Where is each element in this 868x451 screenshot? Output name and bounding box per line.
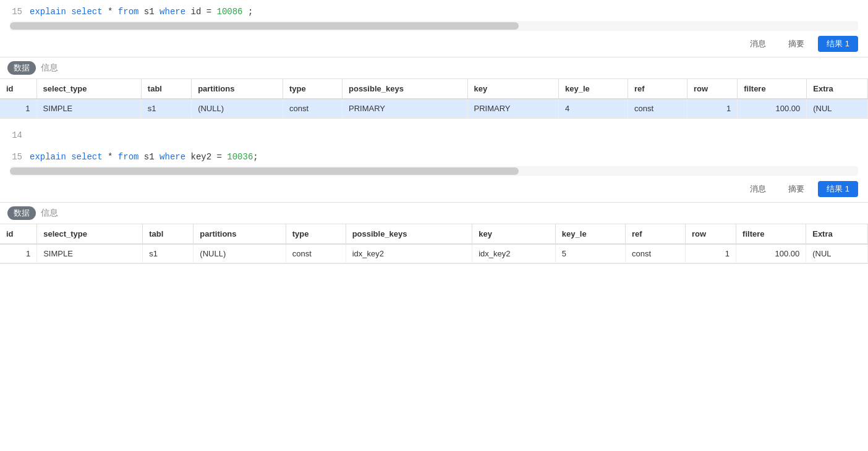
info-label-2: 信息 [41, 208, 58, 219]
th-row-1: row [687, 79, 737, 99]
th-key-1: key [467, 79, 558, 99]
td-possible-keys-2: idx_key2 [346, 244, 472, 263]
code-table-1: s1 [138, 7, 160, 17]
table-row[interactable]: 1 SIMPLE s1 (NULL) const idx_key2 idx_ke… [0, 244, 868, 263]
th-tabl-2: tabl [143, 224, 194, 244]
td-type-2: const [286, 244, 346, 263]
query-block-1: 15 explain select * from s1 where id = 1… [0, 0, 868, 119]
td-key-1: PRIMARY [467, 99, 558, 118]
query-block-2: 14 15 explain select * from s1 where key… [0, 124, 868, 264]
code-keyword-explain: explain [30, 7, 71, 17]
code-star: * [103, 7, 118, 17]
td-extra-1: (NUL [807, 99, 868, 118]
td-key-2: idx_key2 [472, 244, 556, 263]
td-key-le-2: 5 [555, 244, 625, 263]
code-semicolon-1: ; [243, 7, 253, 17]
td-partitions-1: (NULL) [192, 99, 283, 118]
result-button-1[interactable]: 结果 1 [818, 36, 858, 52]
code-line-2: explain select * from s1 where key2 = 10… [30, 150, 858, 164]
scrollbar-thumb-2 [10, 167, 519, 175]
td-possible-keys-1: PRIMARY [343, 99, 468, 118]
code-area-2: 15 explain select * from s1 where key2 =… [0, 145, 868, 166]
code-keyword-explain-2: explain [30, 152, 71, 162]
empty-line [30, 129, 858, 142]
result-table-1: id select_type tabl partitions type poss… [0, 79, 868, 118]
code-keyword-select: select [71, 7, 102, 17]
th-filtere-1: filtere [738, 79, 807, 99]
table-header-row-1: id select_type tabl partitions type poss… [0, 79, 868, 99]
result-table-2: id select_type tabl partitions type poss… [0, 224, 868, 263]
th-extra-1: Extra [807, 79, 868, 99]
section-header-2: 数据 信息 [0, 202, 868, 224]
code-value-2: 10036 [227, 152, 253, 162]
code-condition-2: key2 = [185, 152, 227, 162]
th-filtere-2: filtere [736, 224, 806, 244]
th-key-le-2: key_le [555, 224, 625, 244]
summary-button-1[interactable]: 摘要 [780, 36, 813, 52]
code-keyword-select-2: select [71, 152, 102, 162]
line-number-empty: 14 [10, 129, 22, 142]
code-condition-1: id = [185, 7, 216, 17]
th-row-2: row [685, 224, 736, 244]
td-id-2: 1 [0, 244, 37, 263]
data-badge-1: 数据 [7, 61, 36, 75]
td-extra-2: (NUL [806, 244, 868, 263]
td-key-le-1: 4 [558, 99, 628, 118]
th-type-2: type [286, 224, 346, 244]
th-possible-keys-2: possible_keys [346, 224, 472, 244]
table-header-row-2: id select_type tabl partitions type poss… [0, 224, 868, 244]
scrollbar-1[interactable] [10, 21, 858, 31]
th-select-type-2: select_type [37, 224, 143, 244]
th-ref-1: ref [628, 79, 687, 99]
th-select-type-1: select_type [36, 79, 141, 99]
info-label-1: 信息 [41, 62, 58, 74]
td-ref-1: const [628, 99, 687, 118]
msg-button-2[interactable]: 消息 [741, 181, 775, 197]
td-row-2: 1 [685, 244, 736, 263]
line-number-1: 15 [10, 5, 22, 19]
summary-button-2[interactable]: 摘要 [780, 181, 813, 197]
msg-button-1[interactable]: 消息 [741, 36, 775, 52]
code-keyword-where-1: where [160, 7, 185, 17]
td-partitions-2: (NULL) [194, 244, 286, 263]
section-header-1: 数据 信息 [0, 57, 868, 79]
th-ref-2: ref [625, 224, 685, 244]
code-line-1: explain select * from s1 where id = 1008… [30, 5, 858, 19]
td-tabl-1: s1 [141, 99, 191, 118]
td-tabl-2: s1 [143, 244, 194, 263]
scrollbar-2[interactable] [10, 166, 858, 176]
code-value-1: 10086 [217, 7, 243, 17]
td-type-1: const [283, 99, 343, 118]
th-id-2: id [0, 224, 37, 244]
th-key-2: key [472, 224, 556, 244]
code-area-1: 15 explain select * from s1 where id = 1… [0, 0, 868, 21]
th-tabl-1: tabl [141, 79, 191, 99]
th-partitions-2: partitions [194, 224, 286, 244]
toolbar-2: 消息 摘要 结果 1 [0, 176, 868, 202]
table-row[interactable]: 1 SIMPLE s1 (NULL) const PRIMARY PRIMARY… [0, 99, 868, 118]
th-id-1: id [0, 79, 36, 99]
td-id-1: 1 [0, 99, 36, 118]
code-keyword-where-2: where [160, 152, 185, 162]
code-area-empty: 14 [0, 124, 868, 145]
td-filtere-1: 100.00 [738, 99, 807, 118]
code-keyword-from-2: from [118, 152, 139, 162]
td-row-1: 1 [687, 99, 737, 118]
td-select-type-2: SIMPLE [37, 244, 143, 263]
toolbar-1: 消息 摘要 结果 1 [0, 31, 868, 57]
code-semicolon-2: ; [253, 152, 258, 162]
code-star-2: * [103, 152, 118, 162]
scrollbar-thumb-1 [10, 22, 519, 30]
th-partitions-1: partitions [192, 79, 283, 99]
line-number-2: 15 [10, 150, 22, 164]
result-button-2[interactable]: 结果 1 [818, 181, 858, 197]
td-ref-2: const [625, 244, 685, 263]
th-type-1: type [283, 79, 343, 99]
th-key-le-1: key_le [558, 79, 628, 99]
th-possible-keys-1: possible_keys [343, 79, 468, 99]
code-keyword-from-1: from [118, 7, 139, 17]
code-table-2: s1 [138, 152, 160, 162]
td-select-type-1: SIMPLE [36, 99, 141, 118]
th-extra-2: Extra [806, 224, 868, 244]
td-filtere-2: 100.00 [736, 244, 806, 263]
